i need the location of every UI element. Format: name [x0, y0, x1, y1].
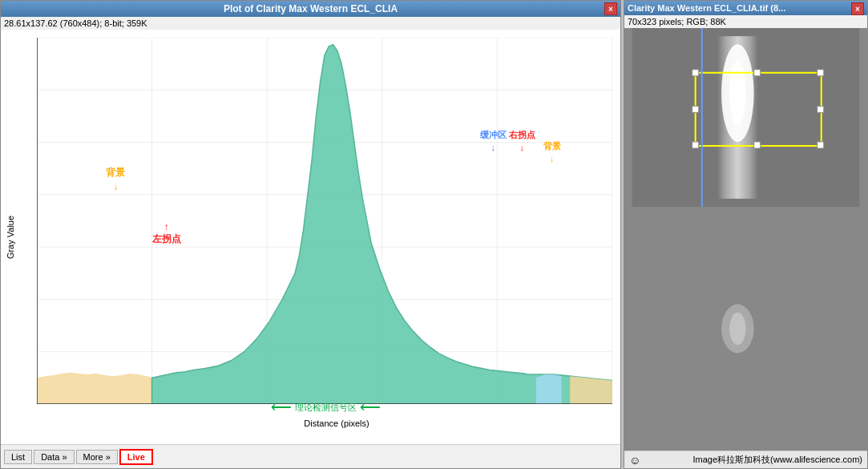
- svg-point-63: [729, 313, 745, 346]
- svg-rect-56: [754, 70, 761, 76]
- svg-rect-53: [818, 70, 824, 76]
- plot-title: Plot of Clarity Max Western ECL_CLIA: [224, 3, 398, 14]
- live-button[interactable]: Live: [119, 449, 153, 465]
- svg-point-50: [729, 61, 745, 126]
- chart-container: 0 5 10 15 20 25 100 120 140 160: [37, 38, 612, 404]
- image-titlebar: Clarity Max Western ECL_CLIA.tif (8... ×: [624, 1, 867, 15]
- status-icon: ☺: [629, 454, 640, 467]
- chart-svg: 0 5 10 15 20 25 100 120 140 160: [37, 38, 612, 404]
- svg-rect-57: [754, 142, 761, 148]
- data-button[interactable]: Data »: [34, 450, 74, 464]
- image-content: [624, 28, 867, 451]
- image-title: Clarity Max Western ECL_CLIA.tif (8...: [628, 3, 785, 13]
- more-button[interactable]: More »: [76, 450, 118, 464]
- blot-image-svg: [624, 28, 867, 451]
- y-axis-label: Gray Value: [6, 215, 15, 258]
- svg-rect-52: [692, 70, 699, 76]
- signal-zone-annotation: ⟵ 理论检测信号区 ⟵: [41, 399, 611, 415]
- annotation-left-inflection: ↑ 左拐点: [152, 221, 181, 246]
- plot-area: Gray Value: [1, 30, 620, 444]
- plot-close-button[interactable]: ×: [604, 2, 617, 15]
- image-info: 70x323 pixels; RGB; 88K: [624, 15, 867, 28]
- image-status-bar: ☺ Image科拉斯加科技(www.alifescience.com): [624, 451, 867, 468]
- plot-window: Plot of Clarity Max Western ECL_CLIA × 2…: [0, 0, 621, 469]
- image-window: Clarity Max Western ECL_CLIA.tif (8... ×…: [624, 0, 868, 469]
- svg-rect-55: [818, 142, 824, 148]
- list-button[interactable]: List: [4, 450, 32, 464]
- plot-toolbar: List Data » More » Live: [1, 444, 620, 468]
- plot-info: 28.61x137.62 (760x484); 8-bit; 359K: [1, 17, 620, 30]
- plot-titlebar: Plot of Clarity Max Western ECL_CLIA ×: [1, 1, 620, 17]
- annotation-background-right: 背景 ↓: [543, 140, 561, 164]
- annotation-buffer-zone: 缓冲区 ↓: [480, 129, 507, 152]
- annotation-right-inflection: 右拐点 ↓: [509, 129, 535, 152]
- svg-rect-54: [692, 142, 699, 148]
- image-close-button[interactable]: ×: [851, 2, 864, 15]
- watermark-text: Image科拉斯加科技(www.alifescience.com): [693, 454, 863, 466]
- annotation-background-left: 背景 ↓: [106, 166, 125, 192]
- svg-rect-58: [692, 106, 699, 112]
- svg-rect-59: [818, 106, 824, 112]
- x-axis-label: Distance (pixels): [304, 418, 369, 428]
